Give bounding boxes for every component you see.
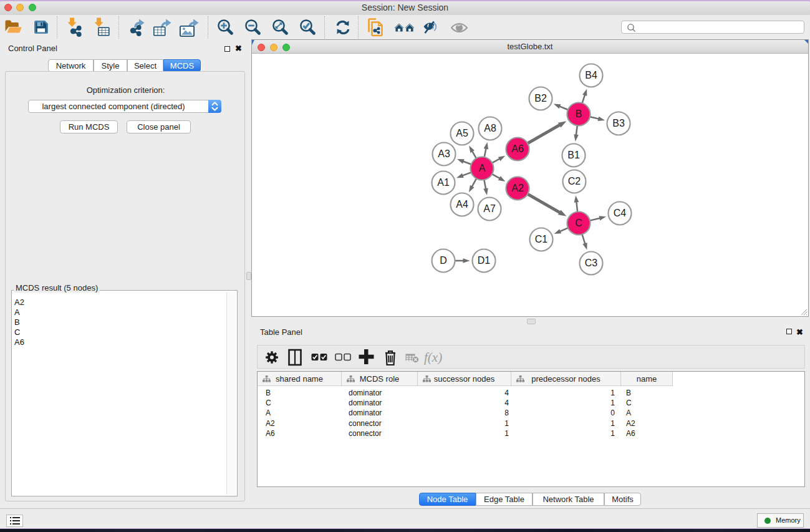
svg-text:C3: C3	[585, 258, 598, 268]
svg-text:C: C	[575, 218, 582, 228]
svg-text:C2: C2	[568, 176, 581, 186]
svg-text:f(x): f(x)	[424, 350, 442, 365]
svg-text:B3: B3	[612, 118, 625, 128]
svg-text:C1: C1	[535, 234, 548, 244]
svg-text:C4: C4	[614, 208, 627, 218]
svg-text:A4: A4	[456, 199, 468, 210]
svg-text:B1: B1	[567, 150, 580, 160]
svg-text:A6: A6	[511, 143, 524, 154]
svg-text:A1: A1	[437, 177, 450, 188]
svg-text:B: B	[576, 109, 582, 119]
svg-text:A5: A5	[456, 128, 468, 138]
svg-text:A2: A2	[511, 183, 524, 193]
svg-text:B4: B4	[585, 70, 597, 80]
svg-text:D1: D1	[478, 255, 491, 266]
svg-text:B2: B2	[534, 93, 547, 104]
svg-text:A: A	[479, 163, 486, 173]
svg-text:A7: A7	[483, 203, 496, 214]
svg-text:A8: A8	[484, 123, 496, 133]
svg-text:D: D	[440, 255, 447, 266]
svg-text:A3: A3	[438, 148, 450, 159]
